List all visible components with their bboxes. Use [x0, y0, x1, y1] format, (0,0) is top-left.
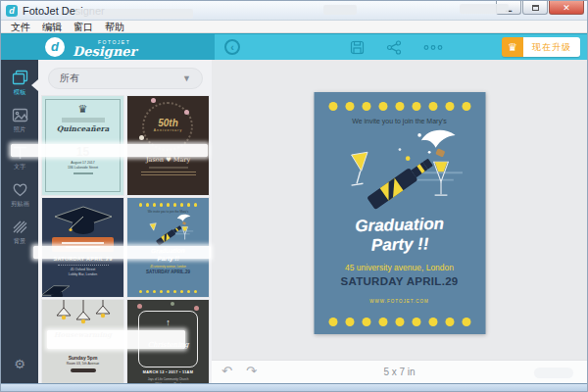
template-address: Room 03, 5th Avenue: [42, 362, 123, 366]
decor-pill: [71, 368, 96, 372]
pendant-lamps-icon: [49, 300, 118, 329]
back-button[interactable]: ‹: [224, 39, 240, 55]
save-button[interactable]: [350, 40, 365, 55]
settings-button[interactable]: ⚙: [14, 357, 25, 371]
template-time: Sunday 5pm: [42, 355, 123, 361]
menu-item-help[interactable]: 帮助: [99, 21, 130, 33]
graduation-cap-icon: [49, 203, 118, 236]
app-icon: d: [6, 5, 18, 17]
censor-bar: [33, 246, 211, 259]
brand-designer-label: Designer: [73, 45, 136, 58]
sidebar-label-templates: 模板: [14, 88, 26, 97]
poster-address-text[interactable]: 45 university avenue, London: [314, 263, 485, 272]
maximize-button[interactable]: [522, 1, 548, 15]
decor-line: [149, 167, 188, 169]
sidebar-item-clipart[interactable]: 剪贴画: [1, 182, 38, 209]
poster-date-text[interactable]: SATURDAY APRIL.29: [314, 275, 485, 287]
category-dropdown[interactable]: 所有 ▼: [48, 68, 203, 89]
sidebar-label-clipart: 剪贴画: [11, 200, 29, 209]
censor-smudge: [323, 5, 357, 15]
close-button[interactable]: ✕: [549, 1, 584, 15]
poster-artboard[interactable]: We invite you to join the Mary's: [314, 92, 485, 334]
maximize-icon: [532, 5, 539, 11]
poster-website-text[interactable]: WWW.FOTOJET.COM: [314, 299, 485, 304]
menu-item-file[interactable]: 文件: [5, 21, 36, 33]
censor-bar: [11, 144, 208, 157]
template-address: 45 university avenue, London: [127, 265, 209, 269]
app-window: d FotoJet Designer ▁ ✕ 文件 编辑 窗口 帮助 d FOT…: [0, 0, 588, 392]
sidebar-label-text: 文字: [14, 163, 26, 172]
poster-title-text[interactable]: GraduationParty !!: [314, 214, 486, 257]
upgrade-button[interactable]: ♛ 现在升级: [502, 37, 580, 57]
decor-dotted-line: [58, 265, 109, 266]
templates-icon: [12, 70, 28, 85]
template-address: 45 Oxford StreetLobby Bar, London: [42, 268, 123, 277]
share-button[interactable]: [386, 40, 402, 55]
active-panel-arrow: [31, 79, 38, 91]
window-border-bottom: [1, 383, 587, 391]
menu-item-edit[interactable]: 编辑: [36, 21, 68, 33]
menu-item-window[interactable]: 窗口: [68, 21, 99, 33]
dot-row: [127, 203, 209, 207]
graduation-cap-icon: [42, 278, 75, 297]
fotojet-logo-icon: d: [45, 37, 65, 57]
top-toolbar: ‹: [215, 34, 587, 61]
more-button[interactable]: [423, 40, 443, 55]
sidebar-item-photos[interactable]: 照片: [1, 108, 38, 134]
clipart-icon: [12, 182, 28, 197]
flower-decor: [139, 135, 144, 140]
flower-decor: [151, 98, 156, 103]
crown-icon: ♛: [502, 37, 523, 57]
save-icon: [350, 40, 365, 55]
decor-text-rows: [141, 172, 196, 176]
champagne-icon: [134, 214, 203, 247]
decor-text-line: [62, 242, 104, 244]
menu-bar: 文件 编辑 窗口 帮助: [1, 21, 587, 33]
design-canvas[interactable]: We invite you to join the Mary's: [212, 60, 587, 383]
upgrade-label: 现在升级: [523, 37, 580, 57]
dot-row: [314, 102, 485, 111]
sidebar: 模板 照片 文字 剪贴画: [1, 60, 38, 383]
background-icon: [12, 220, 28, 234]
brand-logo: d FOTOJET Designer: [1, 34, 215, 61]
app-header: d FOTOJET Designer ‹: [1, 33, 587, 60]
canvas-footer-bar: ↶ ↷ 5 x 7 in: [212, 360, 587, 383]
more-icon: [423, 40, 443, 55]
censor-smudge: [75, 9, 193, 19]
share-icon: [386, 40, 402, 55]
photos-icon: [12, 108, 28, 122]
dot-row: [127, 290, 209, 294]
template-date: SATURDAY APRIL.29: [127, 270, 209, 274]
flower-decor: [184, 110, 189, 115]
champagne-illustration[interactable]: [321, 125, 478, 216]
template-date: MARCH 12 • 2017 • 11AM: [127, 370, 209, 374]
sidebar-label-photos: 照片: [14, 125, 26, 134]
censor-smudge: [460, 4, 509, 14]
template-title: Jason ♥ Mary: [127, 156, 209, 164]
chevron-down-icon: ▼: [182, 74, 191, 83]
dot-row: [314, 318, 485, 326]
sidebar-label-background: 背景: [14, 237, 26, 246]
gear-icon: ⚙: [14, 357, 25, 371]
footer-widget: [534, 368, 573, 378]
category-dropdown-value: 所有: [60, 72, 79, 85]
sidebar-item-background[interactable]: 背景: [1, 220, 38, 246]
censor-bar: [47, 330, 185, 349]
canvas-size-label: 5 x 7 in: [212, 367, 587, 377]
arrow-up-icon: ↑: [139, 318, 197, 327]
poster-invite-text[interactable]: We invite you to join the Mary's: [314, 118, 485, 124]
template-address: Joys of Life Community Church: [127, 377, 209, 381]
